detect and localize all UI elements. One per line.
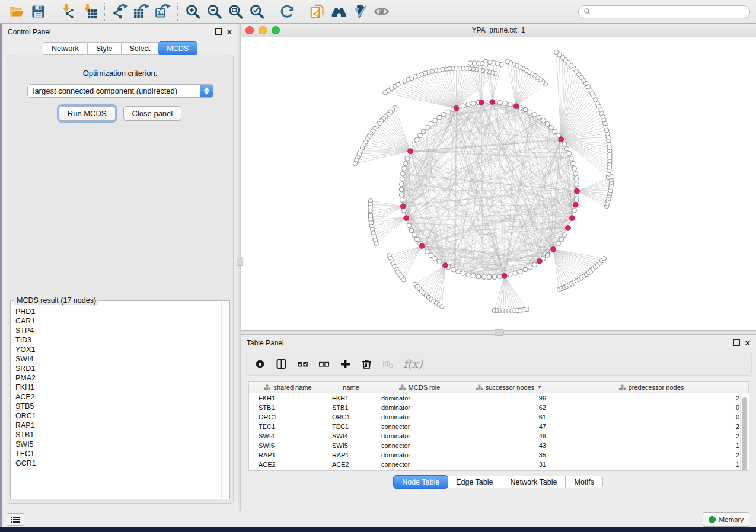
mcds-result-item[interactable]: PMA2 [13, 373, 221, 383]
criterion-dropdown[interactable]: largest connected component (undirected) [27, 84, 213, 98]
table-scrollbar[interactable] [740, 393, 748, 470]
save-button[interactable] [27, 2, 49, 21]
add-button[interactable] [339, 358, 352, 370]
task-history-button[interactable] [7, 513, 24, 526]
gear-button[interactable] [254, 358, 266, 370]
column-header-MCDS-role[interactable]: MCDS role [375, 382, 464, 393]
mcds-result-item[interactable]: ACE2 [13, 392, 221, 402]
splitter-grip[interactable] [495, 329, 504, 336]
table-cell: dominator [375, 393, 464, 403]
export-network-button[interactable] [109, 2, 130, 21]
network-canvas[interactable] [241, 37, 756, 330]
mcds-result-item[interactable]: PHD1 [13, 307, 221, 316]
toolbar-icon-group [6, 2, 392, 21]
vertical-splitter[interactable] [238, 24, 241, 511]
control-panel-title: Control Panel [8, 28, 51, 36]
mcds-result-list[interactable]: PHD1CAR1STP4TID3YOX1SWI4SRD1PMA2FKH1ACE2… [13, 307, 221, 496]
import-table-button[interactable] [79, 2, 100, 21]
mcds-result-item[interactable]: STP4 [13, 326, 221, 335]
horizontal-splitter[interactable] [241, 330, 756, 335]
table-cell: 0 [554, 403, 749, 412]
mcds-result-item[interactable]: FKH1 [13, 383, 221, 392]
tab-edge-table[interactable]: Edge Table [448, 476, 502, 488]
table-row[interactable]: RAP1RAP1dominator352 [249, 450, 749, 460]
select-all-button[interactable] [296, 358, 309, 370]
network-file-button[interactable] [307, 2, 328, 21]
zoom-selected-button[interactable] [246, 2, 267, 21]
mcds-list-scrollbar[interactable] [221, 302, 229, 498]
close-panel-icon[interactable]: × [227, 29, 232, 35]
table-row[interactable]: SWI5SWI5connector431 [249, 441, 749, 450]
binoculars-button[interactable] [328, 2, 349, 21]
export-image-button[interactable] [152, 2, 173, 21]
zoom-in-button[interactable] [182, 2, 203, 21]
mcds-result-item[interactable]: ORC1 [13, 411, 221, 421]
hide-details-button[interactable] [349, 2, 371, 21]
mcds-result-item[interactable]: SRD1 [13, 364, 221, 373]
close-panel-button[interactable]: Close panel [123, 106, 182, 121]
binoculars-icon [331, 4, 347, 20]
import-network-button[interactable] [58, 2, 79, 21]
table-cell: 2 [554, 450, 749, 460]
float-panel-icon[interactable] [215, 28, 222, 35]
refresh-button[interactable] [276, 2, 298, 21]
scrollbar-thumb[interactable] [742, 397, 747, 471]
table-cell: dominator [375, 412, 464, 422]
table-row[interactable]: ORC1ORC1dominator610 [249, 412, 749, 422]
table-row[interactable]: TEC1TEC1connector472 [249, 422, 749, 431]
search-input[interactable] [594, 7, 745, 17]
tab-network[interactable]: Network [43, 42, 88, 55]
table-cell: FKH1 [249, 393, 327, 403]
column-header-successor-nodes[interactable]: successor nodes [464, 382, 554, 393]
close-panel-icon[interactable]: × [745, 340, 750, 346]
mcds-result-item[interactable]: YOX1 [13, 345, 221, 354]
column-header-shared-name[interactable]: shared name [249, 382, 327, 393]
table-row[interactable]: FKH1FKH1dominator962 [249, 393, 749, 403]
table-cell: ORC1 [327, 412, 375, 422]
deselect-all-button[interactable] [318, 358, 330, 370]
memory-status-icon [709, 516, 716, 523]
open-folder-button[interactable] [6, 2, 27, 21]
mcds-result-item[interactable]: CAR1 [13, 316, 221, 326]
table-cell: 96 [464, 393, 554, 403]
splitter-grip[interactable] [237, 257, 243, 266]
float-panel-icon[interactable] [733, 339, 740, 346]
tab-motifs[interactable]: Motifs [566, 476, 602, 488]
control-panel-header: Control Panel × [2, 24, 238, 40]
mcds-result-item[interactable]: TID3 [13, 335, 221, 345]
run-mcds-button[interactable]: Run MCDS [59, 106, 116, 121]
memory-button[interactable]: Memory [703, 512, 749, 527]
mcds-result-item[interactable]: RAP1 [13, 421, 221, 430]
tab-mcds[interactable]: MCDS [158, 41, 197, 55]
network-graph[interactable] [241, 37, 756, 330]
tree-icon [399, 384, 406, 390]
memory-label: Memory [719, 516, 744, 523]
zoom-out-button[interactable] [203, 2, 225, 21]
tab-style[interactable]: Style [88, 42, 122, 55]
export-table-button[interactable] [130, 2, 152, 21]
table-row[interactable]: YOX1YOX1connector291 [249, 469, 749, 471]
toolbar-separator [177, 3, 178, 21]
mcds-result-item[interactable]: STB5 [13, 402, 221, 411]
tab-network-table[interactable]: Network Table [502, 476, 566, 488]
eye-button[interactable] [371, 2, 392, 21]
zoom-fit-button[interactable] [225, 2, 246, 21]
table-row[interactable]: ACE2ACE2connector311 [249, 460, 749, 469]
mcds-result-item[interactable]: SWI5 [13, 440, 221, 449]
trash-button[interactable] [361, 358, 373, 370]
mcds-result-item[interactable]: SWI4 [13, 354, 221, 364]
zoom-fit-icon [228, 4, 244, 20]
mcds-result-item[interactable]: GCR1 [13, 459, 221, 468]
mcds-result-item[interactable]: TEC1 [13, 449, 221, 459]
tab-node-table[interactable]: Node Table [393, 475, 448, 489]
mcds-result-item[interactable]: STB1 [13, 430, 221, 440]
column-header-predecessor-nodes[interactable]: predecessor nodes [554, 382, 749, 393]
search-box[interactable] [578, 5, 750, 18]
table-row[interactable]: STB1STB1dominator620 [249, 403, 749, 412]
table-row[interactable]: SWI4SWI4dominator462 [249, 431, 749, 441]
column-header-name[interactable]: name [327, 382, 375, 393]
table-cell: YOX1 [249, 469, 327, 471]
columns-button[interactable] [275, 358, 288, 370]
tab-select[interactable]: Select [122, 42, 160, 55]
table-cell: 29 [464, 469, 554, 471]
